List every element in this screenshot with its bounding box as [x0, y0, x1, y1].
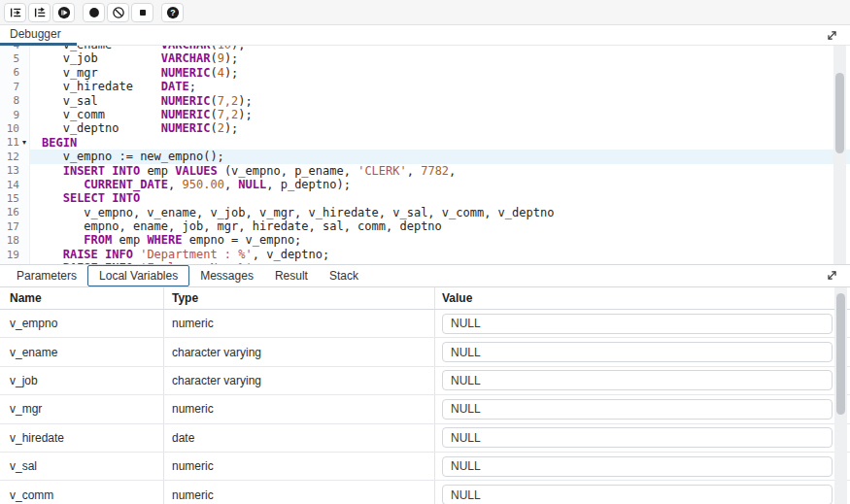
cell-type: date — [164, 424, 435, 452]
line-number[interactable]: 13 — [7, 164, 19, 177]
stop-button[interactable] — [131, 3, 153, 22]
tab-local-variables[interactable]: Local Variables — [87, 265, 189, 286]
line-number[interactable]: 17 — [7, 220, 19, 233]
toolbar-group: ? — [161, 3, 184, 22]
code-text[interactable]: v_empno := new_empno(); — [30, 150, 850, 163]
code-text[interactable]: CURRENT_DATE, 950.00, NULL, p_deptno); — [30, 178, 850, 191]
table-row: v_empnonumeric — [0, 310, 850, 338]
value-input[interactable] — [442, 427, 833, 448]
line-number[interactable]: 14 — [7, 179, 19, 191]
line-number[interactable]: 6 — [13, 66, 19, 79]
help-button[interactable]: ? — [161, 3, 184, 22]
value-input[interactable] — [442, 370, 833, 390]
value-input[interactable] — [442, 456, 833, 477]
step-over-button[interactable] — [28, 3, 51, 22]
table-row: v_commnumeric — [0, 481, 850, 504]
grid-scrollbar-thumb[interactable] — [836, 293, 845, 415]
value-input[interactable] — [442, 399, 833, 420]
line-number[interactable]: 8 — [13, 94, 19, 107]
code-text[interactable]: v_mgr NUMERIC(4); — [30, 66, 850, 80]
local-variables-grid: Name Type Value v_empnonumericv_enamecha… — [0, 287, 850, 504]
line-number[interactable]: 18 — [7, 234, 19, 247]
line-number-gutter[interactable]: 17 — [0, 219, 30, 233]
code-text[interactable]: empno, ename, job, mgr, hiredate, sal, c… — [30, 219, 850, 233]
line-number-gutter[interactable]: 15 — [0, 191, 30, 205]
fold-marker-icon[interactable]: ▾ — [19, 136, 29, 150]
line-number[interactable]: 16 — [7, 206, 19, 218]
cell-value — [435, 481, 850, 504]
line-number-gutter[interactable]: 5 — [0, 51, 30, 65]
toggle-breakpoint-button[interactable] — [83, 3, 105, 22]
line-number[interactable]: 4 — [13, 46, 19, 51]
tab-result[interactable]: Result — [264, 265, 319, 286]
cell-type: numeric — [164, 310, 435, 337]
column-header-name[interactable]: Name — [0, 287, 164, 309]
line-number-gutter[interactable]: 10 — [0, 121, 30, 135]
code-text[interactable]: v_sal NUMERIC(7,2); — [30, 94, 850, 108]
continue-button[interactable] — [52, 3, 75, 22]
line-number-gutter[interactable]: 9 — [0, 108, 30, 121]
line-number[interactable]: 10 — [7, 122, 19, 135]
column-header-value[interactable]: Value — [435, 287, 850, 309]
line-number[interactable]: 15 — [7, 192, 19, 205]
tab-messages[interactable]: Messages — [189, 265, 264, 286]
value-input[interactable] — [442, 485, 833, 504]
line-number-gutter[interactable]: 11▾ — [0, 136, 30, 150]
line-number[interactable]: 9 — [13, 109, 19, 121]
line-number-gutter[interactable]: 16 — [0, 206, 30, 219]
code-text[interactable]: BEGIN — [30, 136, 850, 150]
line-number[interactable]: 19 — [7, 249, 19, 261]
toolbar-group — [83, 3, 153, 22]
line-number-gutter[interactable]: 7 — [0, 80, 30, 93]
code-text[interactable]: v_job VARCHAR(9); — [30, 51, 850, 65]
expand-panel-icon[interactable] — [826, 269, 838, 282]
line-number-gutter[interactable]: 18 — [0, 233, 30, 247]
value-input[interactable] — [442, 314, 833, 334]
tab-debugger[interactable]: Debugger — [0, 25, 77, 46]
editor-scrollbar-thumb[interactable] — [835, 73, 844, 153]
line-number-gutter[interactable]: 13 — [0, 164, 30, 178]
code-text[interactable]: v_deptno NUMERIC(2); — [30, 121, 850, 135]
code-text[interactable]: RAISE INFO 'Department : %', v_deptno; — [30, 248, 850, 261]
tab-parameters[interactable]: Parameters — [6, 265, 87, 286]
code-text[interactable]: v_empno, v_ename, v_job, v_mgr, v_hireda… — [30, 206, 850, 219]
line-number-gutter[interactable]: 12 — [0, 150, 30, 163]
line-number[interactable]: 11 — [7, 136, 19, 149]
line-number-gutter[interactable]: 14 — [0, 178, 30, 191]
code-text[interactable]: FROM emp WHERE empno = v_empno; — [30, 233, 850, 247]
code-line: 16 v_empno, v_ename, v_job, v_mgr, v_hir… — [0, 206, 850, 219]
table-row: v_jobcharacter varying — [0, 367, 850, 395]
line-number-gutter[interactable]: 6 — [0, 66, 30, 80]
code-text[interactable]: v_hiredate DATE; — [30, 80, 850, 93]
line-number-gutter[interactable]: 19 — [0, 248, 30, 261]
code-line: 10 v_deptno NUMERIC(2); — [0, 121, 850, 135]
code-line: 8 v_sal NUMERIC(7,2); — [0, 94, 850, 108]
code-text[interactable]: SELECT INTO — [30, 191, 850, 205]
expand-editor-icon[interactable] — [826, 29, 838, 42]
code-line: 11▾BEGIN — [0, 136, 850, 150]
table-row: v_salnumeric — [0, 453, 850, 481]
line-number[interactable]: 7 — [13, 81, 19, 93]
code-editor[interactable]: 4 v_ename VARCHAR(10);5 v_job VARCHAR(9)… — [0, 46, 850, 264]
table-row: v_mgrnumeric — [0, 395, 850, 423]
step-into-button[interactable] — [4, 3, 26, 22]
line-number[interactable]: 12 — [7, 151, 19, 163]
line-number-gutter[interactable]: 8 — [0, 94, 30, 108]
code-line: 13 INSERT INTO emp VALUES (v_empno, p_en… — [0, 164, 850, 178]
grid-scrollbar[interactable] — [834, 287, 847, 504]
editor-scrollbar[interactable] — [833, 46, 846, 264]
value-input[interactable] — [442, 342, 833, 362]
table-row: v_enamecharacter varying — [0, 338, 850, 366]
cell-value — [435, 367, 850, 394]
cell-name: v_empno — [0, 310, 164, 337]
line-number[interactable]: 5 — [13, 52, 19, 65]
code-line: 5 v_job VARCHAR(9); — [0, 51, 850, 65]
cell-type: character varying — [164, 367, 435, 394]
cell-type: numeric — [164, 453, 435, 480]
code-line: 6 v_mgr NUMERIC(4); — [0, 66, 850, 80]
column-header-type[interactable]: Type — [164, 287, 435, 309]
code-text[interactable]: INSERT INTO emp VALUES (v_empno, p_ename… — [30, 164, 850, 178]
clear-breakpoints-button[interactable] — [107, 3, 129, 22]
code-text[interactable]: v_comm NUMERIC(7,2); — [30, 108, 850, 121]
tab-stack[interactable]: Stack — [319, 265, 369, 286]
